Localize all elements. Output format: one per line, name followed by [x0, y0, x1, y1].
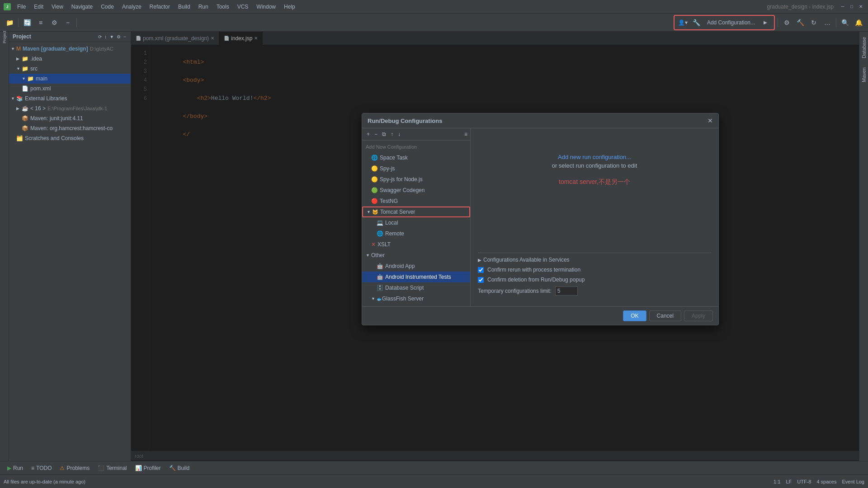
menu-vcs[interactable]: VCS: [234, 3, 252, 11]
tree-item-main[interactable]: ▼ 📁 main: [9, 74, 131, 84]
config-xslt[interactable]: ▶ ✕ XSLT: [362, 239, 470, 250]
arrow-tomcat: ▼: [367, 210, 372, 214]
config-database-script[interactable]: ▶ 🗄️ Database Script: [362, 282, 470, 293]
config-sort-button[interactable]: ≡: [464, 131, 467, 137]
minus-icon[interactable]: −: [62, 17, 74, 28]
bottom-tab-profiler[interactable]: 📊 Profiler: [132, 464, 165, 472]
build-icon[interactable]: 🔨: [794, 17, 806, 28]
config-copy-button[interactable]: ⧉: [380, 130, 388, 138]
file-tree: ▼ M Maven [graduate_design] D:\glztyAC ▶…: [9, 42, 131, 461]
cancel-button[interactable]: Cancel: [649, 310, 681, 321]
confirm-deletion-checkbox[interactable]: [478, 277, 484, 283]
config-down-button[interactable]: ↓: [396, 130, 402, 138]
panel-collapse-icon[interactable]: ↕: [104, 34, 108, 40]
tree-item-junit[interactable]: ▶ 📦 Maven: junit:junit:4.11: [9, 113, 131, 123]
config-tomcat-local[interactable]: ▶ 💻 Local: [362, 217, 470, 228]
right-sidebar-maven[interactable]: Maven: [860, 64, 868, 86]
run-config-icon[interactable]: 🔧: [691, 17, 703, 28]
project-panel-header: Project ⟳ ↕ ▼ ⚙ −: [9, 32, 131, 42]
close-button[interactable]: ✕: [857, 3, 864, 10]
menu-refactor[interactable]: Refactor: [146, 3, 174, 11]
settings-icon[interactable]: ⚙: [48, 17, 60, 28]
tree-item-ext-libs[interactable]: ▼ 📚 External Libraries: [9, 94, 131, 103]
menu-code[interactable]: Code: [97, 3, 118, 11]
config-android-instrumented[interactable]: ▶ 🤖 Android Instrumented Tests: [362, 272, 470, 282]
tree-item-src[interactable]: ▼ 📁 src: [9, 64, 131, 74]
menu-tools[interactable]: Tools: [213, 3, 233, 11]
bottom-tab-problems[interactable]: ⚠ Problems: [56, 464, 93, 472]
notification-icon[interactable]: 🔔: [853, 17, 864, 28]
config-other-section[interactable]: ▼ Other: [362, 250, 470, 261]
user-icon[interactable]: 👤▾: [677, 17, 689, 28]
config-spy-js[interactable]: ▶ 🟡 Spy-js: [362, 163, 470, 174]
status-indent[interactable]: 4 spaces: [816, 479, 836, 484]
tree-item-pomxml[interactable]: ▶ 📄 pom.xml: [9, 84, 131, 94]
bottom-tab-run[interactable]: ▶ Run: [4, 464, 27, 472]
panel-close-icon[interactable]: −: [123, 34, 127, 40]
menu-build[interactable]: Build: [175, 3, 194, 11]
confirm-rerun-checkbox[interactable]: [478, 267, 484, 273]
config-up-button[interactable]: ↑: [389, 130, 395, 138]
menu-view[interactable]: View: [48, 3, 67, 11]
menu-window[interactable]: Window: [253, 3, 279, 11]
bottom-tab-build[interactable]: 🔨 Build: [165, 464, 193, 472]
status-encoding[interactable]: UTF-8: [797, 479, 811, 484]
search-icon[interactable]: 🔍: [839, 17, 851, 28]
panel-settings-icon[interactable]: ⚙: [116, 34, 122, 40]
tree-item-hamcrest[interactable]: ▶ 📦 Maven: org.hamcrest:hamcrest-co: [9, 123, 131, 133]
limit-input[interactable]: [555, 286, 578, 296]
toolbar-separator-4: [836, 18, 836, 27]
panel-filter-icon[interactable]: ▼: [108, 34, 115, 40]
config-tomcat-server[interactable]: ▼ 🐱 Tomcat Server: [362, 206, 470, 217]
junit-icon: 📦: [22, 115, 28, 122]
menu-edit[interactable]: Edit: [30, 3, 47, 11]
apply-button[interactable]: Apply: [684, 310, 713, 321]
tree-item-scratches[interactable]: ▶ 🗂️ Scratches and Consoles: [9, 133, 131, 143]
config-empty-state: Add new run configuration... or select r…: [478, 136, 711, 253]
project-panel-title: Project: [13, 33, 31, 40]
tree-item-idea[interactable]: ▶ 📁 .idea: [9, 54, 131, 64]
config-space-task[interactable]: ▶ 🌐 Space Task: [362, 152, 470, 163]
tree-item-maven[interactable]: ▼ M Maven [graduate_design] D:\glztyAC: [9, 44, 131, 54]
left-sidebar-project[interactable]: Project: [1, 33, 8, 41]
config-add-button[interactable]: +: [365, 130, 372, 138]
services-section[interactable]: ▶ Configurations Available in Services: [478, 253, 711, 267]
maximize-button[interactable]: □: [848, 3, 855, 10]
menu-analyze[interactable]: Analyze: [118, 3, 145, 11]
config-spy-js-node[interactable]: ▶ 🟡 Spy-js for Node.js: [362, 174, 470, 185]
bottom-tab-terminal[interactable]: ⬛ Terminal: [94, 464, 130, 472]
panel-refresh-icon[interactable]: ⟳: [97, 34, 103, 40]
tomcat-label: Tomcat Server: [380, 209, 415, 215]
config-glassfish-section[interactable]: ▼ 🐟 GlassFish Server: [362, 293, 470, 304]
structure-icon[interactable]: ≡: [35, 17, 47, 28]
ok-button[interactable]: OK: [623, 310, 646, 321]
status-line-ending[interactable]: LF: [786, 479, 792, 484]
config-tomcat-remote[interactable]: ▶ 🌐 Remote: [362, 228, 470, 239]
menu-file[interactable]: File: [14, 3, 29, 11]
right-sidebar-database[interactable]: Database: [860, 33, 868, 62]
add-configuration-button[interactable]: Add Configuration...: [704, 19, 758, 27]
status-position[interactable]: 1:1: [774, 479, 780, 484]
settings-gear-icon[interactable]: ⚙: [781, 17, 793, 28]
menu-navigate[interactable]: Navigate: [68, 3, 96, 11]
config-testng[interactable]: ▶ 🔴 TestNG: [362, 196, 470, 206]
more-icon[interactable]: …: [821, 17, 833, 28]
project-icon[interactable]: 📁: [4, 17, 15, 28]
status-event-log[interactable]: Event Log: [842, 479, 864, 484]
add-new-run-config-link[interactable]: Add new run configuration...: [558, 154, 631, 160]
tree-item-jdk[interactable]: ▶ ☕ < 16 > E:\ProgramFiles\Java\jdk-1: [9, 103, 131, 113]
config-swagger[interactable]: ▶ 🟢 Swagger Codegen: [362, 185, 470, 196]
dialog-close-button[interactable]: ✕: [708, 117, 713, 124]
expand-arrow-src: ▼: [16, 66, 22, 71]
config-arrow[interactable]: ▶: [760, 17, 771, 28]
menu-help[interactable]: Help: [280, 3, 299, 11]
bottom-tab-todo[interactable]: ≡ TODO: [28, 464, 55, 472]
run-icon: ▶: [7, 465, 11, 471]
config-android-app[interactable]: ▶ 🤖 Android App: [362, 261, 470, 272]
config-remove-button[interactable]: −: [373, 130, 379, 138]
menu-run[interactable]: Run: [195, 3, 212, 11]
tree-label-scratches: Scratches and Consoles: [25, 135, 84, 141]
sync-icon[interactable]: 🔄: [21, 17, 33, 28]
minimize-button[interactable]: ─: [839, 3, 846, 10]
refresh-icon[interactable]: ↻: [808, 17, 820, 28]
